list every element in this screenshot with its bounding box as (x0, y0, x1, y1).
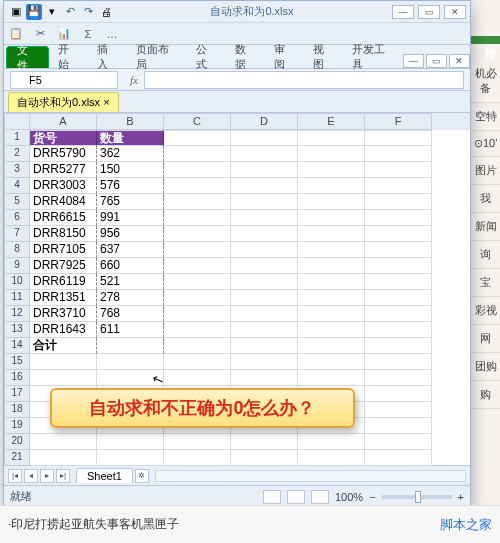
cell[interactable] (298, 162, 365, 178)
cell[interactable] (298, 450, 365, 466)
sum-icon[interactable]: Σ (80, 26, 96, 42)
chart-icon[interactable]: 📊 (56, 26, 72, 42)
cut-icon[interactable]: ✂ (32, 26, 48, 42)
ribbon-close-button[interactable]: ✕ (449, 54, 470, 68)
row-header[interactable]: 20 (4, 434, 30, 450)
cell[interactable]: 576 (97, 178, 164, 194)
cell[interactable] (231, 338, 298, 354)
cell[interactable] (298, 130, 365, 146)
header-cell[interactable]: 货号 (30, 130, 97, 146)
close-button[interactable]: ✕ (444, 5, 466, 19)
cell[interactable]: 991 (97, 210, 164, 226)
cell[interactable]: DRR1351 (30, 290, 97, 306)
cell[interactable] (298, 290, 365, 306)
redo-icon[interactable]: ↷ (80, 4, 96, 20)
cell[interactable] (30, 370, 97, 386)
header-cell[interactable]: 数量 (97, 130, 164, 146)
tab-review[interactable]: 审阅 (265, 46, 304, 68)
sheet-nav-last[interactable]: ▸| (56, 469, 70, 483)
side-nav-item[interactable]: 新闻 (471, 213, 500, 241)
sheet-nav-prev[interactable]: ◂ (24, 469, 38, 483)
tab-dev[interactable]: 开发工具 (343, 46, 403, 68)
undo-icon[interactable]: ↶ (62, 4, 78, 20)
cell[interactable]: DRR6615 (30, 210, 97, 226)
more-icon[interactable]: … (104, 26, 120, 42)
row-header[interactable]: 15 (4, 354, 30, 370)
cell[interactable]: DRR6119 (30, 274, 97, 290)
total-cell[interactable]: 合计 (30, 338, 97, 354)
col-header[interactable]: B (97, 113, 164, 130)
cell[interactable] (365, 274, 432, 290)
side-nav-item[interactable]: 空特 (471, 103, 500, 131)
row-header[interactable]: 3 (4, 162, 30, 178)
sheet-nav-first[interactable]: |◂ (8, 469, 22, 483)
view-break-icon[interactable] (311, 490, 329, 504)
cell[interactable] (365, 242, 432, 258)
cell[interactable] (231, 242, 298, 258)
row-header[interactable]: 21 (4, 450, 30, 466)
row-header[interactable]: 6 (4, 210, 30, 226)
cell[interactable] (231, 210, 298, 226)
cell[interactable] (164, 338, 231, 354)
cell[interactable] (231, 290, 298, 306)
row-header[interactable]: 9 (4, 258, 30, 274)
col-header[interactable]: C (164, 113, 231, 130)
cell[interactable] (164, 354, 231, 370)
cell[interactable] (231, 274, 298, 290)
cell[interactable] (298, 146, 365, 162)
side-tab[interactable]: 百度经 (470, 36, 500, 44)
col-header[interactable]: F (365, 113, 432, 130)
cell[interactable] (97, 450, 164, 466)
cell[interactable]: 768 (97, 306, 164, 322)
cell[interactable] (231, 178, 298, 194)
col-header[interactable]: A (30, 113, 97, 130)
cell[interactable] (365, 130, 432, 146)
cell[interactable]: DRR5790 (30, 146, 97, 162)
cell[interactable] (231, 146, 298, 162)
news-ticker[interactable]: ·印尼打捞起亚航失事客机黑匣子 (8, 516, 179, 533)
cell[interactable] (97, 354, 164, 370)
cell[interactable] (231, 130, 298, 146)
sheet-nav-next[interactable]: ▸ (40, 469, 54, 483)
cell[interactable] (30, 354, 97, 370)
cell[interactable] (97, 434, 164, 450)
cell[interactable] (30, 434, 97, 450)
row-header[interactable]: 2 (4, 146, 30, 162)
site-brand[interactable]: 脚本之家 (440, 516, 492, 534)
cell[interactable] (231, 370, 298, 386)
cell[interactable] (231, 226, 298, 242)
cell[interactable] (164, 290, 231, 306)
cell[interactable] (298, 178, 365, 194)
side-nav-item[interactable]: 团购 (471, 353, 500, 381)
cell[interactable]: 660 (97, 258, 164, 274)
cell[interactable] (231, 322, 298, 338)
cell[interactable] (164, 258, 231, 274)
zoom-in-button[interactable]: + (458, 491, 464, 503)
close-doc-icon[interactable]: × (103, 96, 109, 108)
cell[interactable] (164, 450, 231, 466)
name-box[interactable]: F5 (10, 71, 118, 89)
row-header[interactable]: 14 (4, 338, 30, 354)
cell[interactable]: DRR7105 (30, 242, 97, 258)
cell[interactable]: DRR5277 (30, 162, 97, 178)
row-header[interactable]: 4 (4, 178, 30, 194)
cell[interactable] (30, 450, 97, 466)
row-header[interactable]: 16 (4, 370, 30, 386)
row-header[interactable]: 11 (4, 290, 30, 306)
row-header[interactable]: 13 (4, 322, 30, 338)
formula-input[interactable] (144, 71, 464, 89)
cell[interactable]: DRR4084 (30, 194, 97, 210)
zoom-out-button[interactable]: − (369, 491, 375, 503)
cell[interactable] (365, 258, 432, 274)
cell[interactable] (298, 258, 365, 274)
row-header[interactable]: 10 (4, 274, 30, 290)
cell[interactable]: 150 (97, 162, 164, 178)
cell[interactable]: 521 (97, 274, 164, 290)
cell[interactable] (164, 226, 231, 242)
tab-home[interactable]: 开始 (49, 46, 88, 68)
cell[interactable] (164, 178, 231, 194)
view-layout-icon[interactable] (287, 490, 305, 504)
cell[interactable] (365, 162, 432, 178)
cell[interactable] (164, 162, 231, 178)
cell[interactable] (231, 450, 298, 466)
